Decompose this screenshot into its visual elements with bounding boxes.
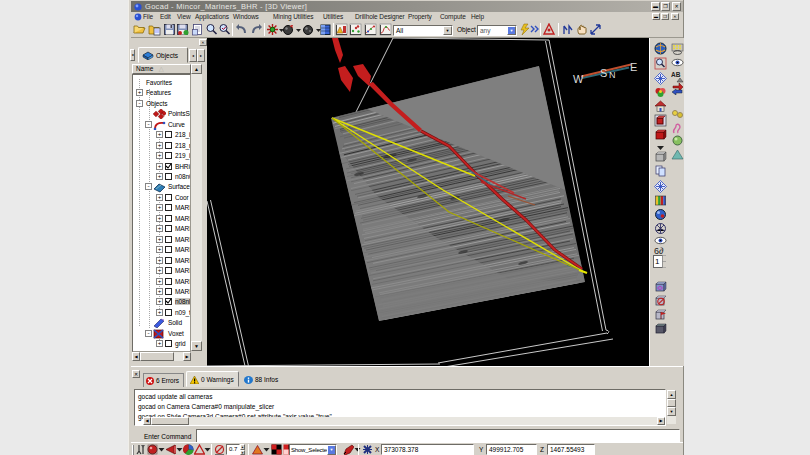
svg-text:N: N [609,70,616,80]
svg-text:W: W [573,73,584,85]
svg-text:S: S [600,67,607,79]
svg-text:1: 1 [655,257,660,266]
svg-text:AB: AB [671,71,681,78]
svg-text:E: E [630,61,637,73]
